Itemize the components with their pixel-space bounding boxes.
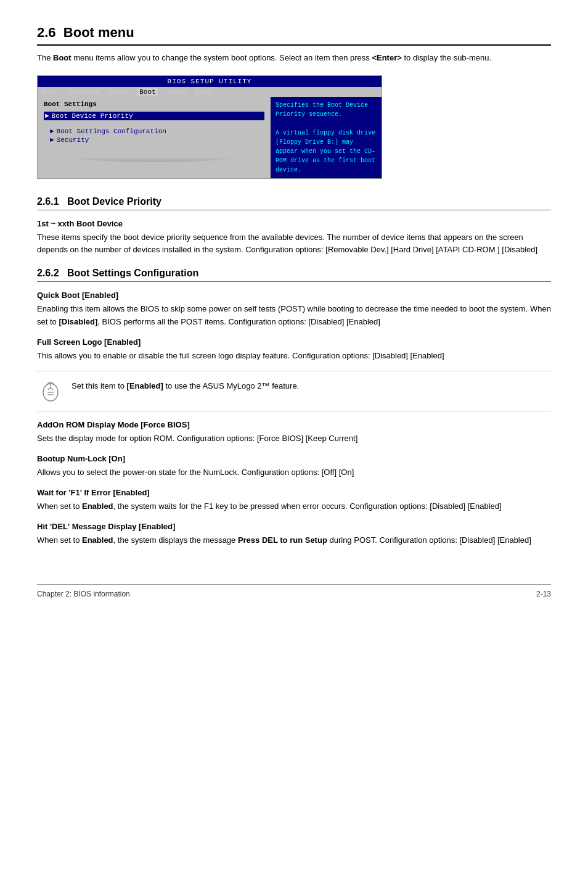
- item-wait-f1-header: Wait for 'F1' If Error [Enabled]: [37, 488, 551, 497]
- bios-menu-boot[interactable]: Boot: [137, 88, 157, 96]
- arrow-icon: ►: [50, 136, 54, 144]
- bios-item-label: Boot Device Priority: [52, 112, 133, 120]
- subsection-262-title: 2.6.2 Boot Settings Configuration: [37, 268, 551, 282]
- arrow-icon: ►: [50, 128, 54, 135]
- item-1st-xxth-header: 1st ~ xxth Boot Device: [37, 219, 551, 228]
- item-quick-boot-desc: Enabling this item allows the BIOS to sk…: [37, 303, 551, 329]
- bios-menu-main[interactable]: Main: [43, 88, 59, 96]
- section-title: 2.6 Boot menu: [37, 25, 551, 46]
- bios-menu-tools[interactable]: Tools: [166, 88, 187, 96]
- bios-menu-exit[interactable]: Exit: [195, 88, 211, 96]
- item-addon-rom-desc: Sets the display mode for option ROM. Co…: [37, 432, 551, 445]
- footer-right: 2-13: [536, 590, 551, 598]
- bios-security[interactable]: ► Security: [50, 136, 264, 144]
- footer-left: Chapter 2: BIOS information: [37, 590, 130, 598]
- item-1st-xxth-desc: These items specify the boot device prio…: [37, 231, 551, 257]
- item-numlock-desc: Allows you to select the power-on state …: [37, 466, 551, 479]
- bios-boot-device-priority[interactable]: ► Boot Device Priority: [44, 112, 264, 120]
- bios-menubar: BIOS SETUP UTILITY: [38, 76, 382, 87]
- item-hit-del-desc: When set to Enabled, the system displays…: [37, 534, 551, 547]
- item-full-screen-logo-header: Full Screen Logo [Enabled]: [37, 337, 551, 347]
- bios-section-header: Boot Settings: [44, 101, 264, 108]
- bios-sub-item-label: Boot Settings Configuration: [57, 128, 166, 135]
- bios-boot-settings-config[interactable]: ► Boot Settings Configuration: [50, 128, 264, 135]
- item-wait-f1-desc: When set to Enabled, the system waits fo…: [37, 500, 551, 513]
- section-intro: The Boot menu items allow you to change …: [37, 52, 551, 64]
- note-text: Set this item to [Enabled] to use the AS…: [71, 377, 299, 393]
- bios-body: Boot Settings ► Boot Device Priority ► B…: [38, 97, 382, 178]
- bios-title: BIOS SETUP UTILITY: [43, 78, 377, 85]
- bios-menu-advanced[interactable]: Advanced: [67, 88, 100, 96]
- bios-left-panel: Boot Settings ► Boot Device Priority ► B…: [38, 97, 271, 178]
- bios-sub-item-label: Security: [57, 136, 89, 144]
- svg-line-1: [48, 387, 51, 390]
- page-footer: Chapter 2: BIOS information 2-13: [37, 584, 551, 598]
- bios-right-text: Specifies the Boot Device Priority seque…: [276, 102, 375, 173]
- bios-right-panel: Specifies the Boot Device Priority seque…: [271, 97, 382, 178]
- bios-screenshot: BIOS SETUP UTILITY Main Advanced Power B…: [37, 75, 382, 179]
- note-box: Set this item to [Enabled] to use the AS…: [37, 371, 551, 411]
- item-numlock-header: Bootup Num-Lock [On]: [37, 454, 551, 463]
- item-hit-del-header: Hit 'DEL' Message Display [Enabled]: [37, 522, 551, 531]
- arrow-icon: ►: [45, 112, 49, 120]
- svg-line-2: [51, 387, 53, 390]
- item-addon-rom-header: AddOn ROM Display Mode [Force BIOS]: [37, 420, 551, 429]
- item-full-screen-logo-desc: This allows you to enable or disable the…: [37, 350, 551, 363]
- bios-menu-items: Main Advanced Power Boot Tools Exit: [43, 88, 211, 96]
- note-icon: [37, 377, 64, 405]
- subsection-261-title: 2.6.1 Boot Device Priority: [37, 196, 551, 210]
- item-quick-boot-header: Quick Boot [Enabled]: [37, 291, 551, 300]
- bios-menu-power[interactable]: Power: [108, 88, 129, 96]
- bios-menu-row: Main Advanced Power Boot Tools Exit: [38, 87, 382, 97]
